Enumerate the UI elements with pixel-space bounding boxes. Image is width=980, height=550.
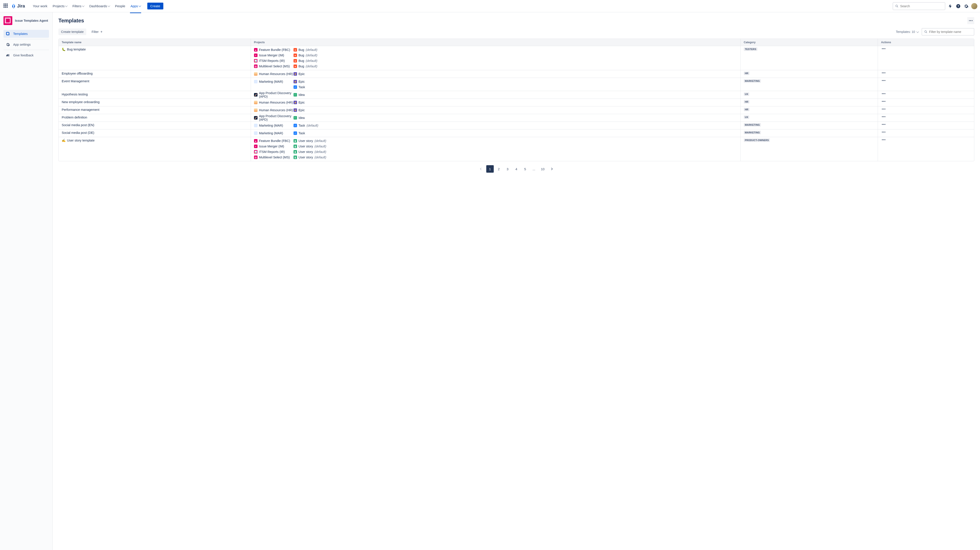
page-prev-button[interactable] [477,165,485,173]
issuetype-label: User story [299,144,313,148]
table-row[interactable]: ✍️User story template▲Feature Bundle (FB… [59,137,974,161]
issuetype-icon: ▮ [294,155,297,159]
issuetype-entry: ♡Idea [294,116,737,120]
nav-apps[interactable]: Apps [128,3,143,9]
nav-dashboards[interactable]: Dashboards [87,3,112,9]
cell-name: Problem definition [59,114,251,122]
col-actions: Actions [878,39,974,46]
table-row[interactable]: 🐛Bug template▲Feature Bundle (FBC)●Bug (… [59,46,974,70]
project-icon [3,16,12,25]
row-actions-button[interactable] [881,123,886,126]
sidebar-item-label: Templates [13,32,28,36]
row-actions-button[interactable] [881,48,886,50]
category-badge: PRODUCT-OWNERS [744,138,770,142]
table-row[interactable]: Problem definition🚀App Product Discovery… [59,114,974,122]
page-button[interactable]: 3 [504,165,511,173]
page-title: Templates [58,17,84,24]
nav-filters[interactable]: Filters [70,3,86,9]
col-projects: Projects [251,39,741,46]
table-row[interactable]: Event ManagementMarketing (MAR)⚡Epic✓Tas… [59,78,974,91]
table-row[interactable]: Social media post (EN)Marketing (MAR)✓Ta… [59,122,974,130]
table-header: Template name Projects Category Actions [59,39,974,46]
nav-people[interactable]: People [113,3,127,9]
table-row[interactable]: Social media post (DE)Marketing (MAR)✓Ta… [59,130,974,137]
filter-input-wrap[interactable] [922,28,974,36]
default-label: (default) [315,144,326,148]
cell-name: Social media post (EN) [59,122,251,129]
chevron-left-icon [480,168,482,170]
notifications-icon[interactable] [948,3,953,9]
filter-input[interactable] [929,30,972,33]
svg-line-7 [926,32,927,33]
row-actions-button[interactable] [881,92,886,95]
jira-logo[interactable]: Jira [11,3,25,9]
issuetype-icon: ⚡ [294,108,297,112]
sidebar-item-templates[interactable]: Templates [3,30,49,38]
page-button[interactable]: 2 [495,165,503,173]
project-entry: 📊ITSM Reports (IR) [254,59,294,63]
toolbar: Create template Filter+ Templates: 10 [58,28,974,36]
app-switcher-icon[interactable] [3,3,9,9]
issuetype-label: User story [299,139,313,143]
table-row[interactable]: Hypothesis testing🚀App Product Discovery… [59,91,974,99]
sidebar-item-feedback[interactable]: Give feedback [3,51,49,59]
row-actions-button[interactable] [881,71,886,74]
nav-projects[interactable]: Projects [51,3,69,9]
create-template-button[interactable]: Create template [58,29,86,35]
create-button[interactable]: Create [147,3,163,10]
default-label: (default) [307,124,318,127]
table-row[interactable]: Performance managementHuman Resources (H… [59,106,974,114]
table-row[interactable]: Employee offboardingHuman Resources (HR)… [59,70,974,78]
issuetype-entry: ●Bug (default) [294,48,737,52]
nav-your-work[interactable]: Your work [31,3,49,9]
issuetype-label: Bug [299,59,304,62]
cell-category: MARKETING [741,78,878,91]
default-label: (default) [306,54,317,57]
svg-point-0 [896,5,897,6]
page-button[interactable]: 5 [522,165,529,173]
row-actions-button[interactable] [881,131,886,133]
template-name: Problem definition [62,116,87,119]
filter-button[interactable]: Filter+ [89,28,105,35]
default-label: (default) [315,155,326,159]
help-icon[interactable]: ? [955,3,961,9]
page-button[interactable]: 1 [486,165,494,173]
user-avatar[interactable] [971,3,977,9]
sidebar-item-settings[interactable]: App settings [3,41,49,49]
cell-category: UX [741,114,878,122]
issuetype-label: User story [299,155,313,159]
template-name: Social media post (DE) [62,131,94,135]
project-entry: ≡Issue Merger (IM) [254,144,294,149]
project-label: Marketing (MAR) [259,124,283,127]
table-row[interactable]: New employee onboardingHuman Resources (… [59,99,974,106]
page-button[interactable]: 4 [512,165,520,173]
row-actions-button[interactable] [881,116,886,118]
page-button[interactable]: 10 [539,165,546,173]
template-name: Employee offboarding [62,72,93,75]
template-name: User story template [67,139,95,142]
page-size-selector[interactable]: Templates: 10 [896,30,918,33]
row-actions-button[interactable] [881,79,886,82]
row-actions-button[interactable] [881,100,886,103]
issuetype-label: Task [299,132,305,135]
search-input[interactable] [900,5,943,8]
page-next-button[interactable] [548,165,555,173]
row-actions-button[interactable] [881,138,886,141]
default-label: (default) [306,48,317,52]
cell-actions [878,46,974,70]
search-box[interactable] [892,2,945,10]
row-actions-button[interactable] [881,108,886,110]
cell-category: TESTERS [741,46,878,70]
more-actions-button[interactable] [967,17,974,24]
issuetype-icon: ▮ [294,139,297,143]
chevron-down-icon [916,30,919,33]
issuetype-label: User story [299,150,313,154]
issuetype-entry: ▮User story (default) [294,138,737,143]
issuetype-icon: ⚡ [294,72,297,76]
cell-actions [878,106,974,114]
cell-actions [878,114,974,122]
settings-icon[interactable] [963,3,969,9]
issuetype-label: Bug [299,48,304,52]
project-entry [254,85,294,89]
project-icon [254,101,258,104]
